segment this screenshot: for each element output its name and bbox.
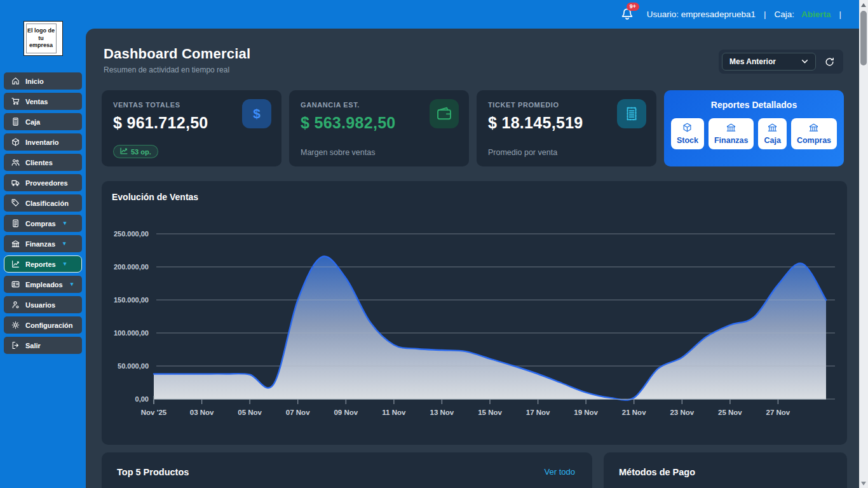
- scroll-down-button[interactable]: [859, 478, 868, 488]
- report-button-stock[interactable]: Stock: [671, 118, 704, 149]
- wallet-icon: [430, 99, 459, 128]
- sidebar-item-label: Configuración: [25, 322, 73, 329]
- divider: |: [839, 10, 841, 19]
- sidebar-item-inicio[interactable]: Inicio: [4, 72, 82, 90]
- report-button-caja[interactable]: Caja: [758, 118, 786, 149]
- sidebar-item-label: Inventario: [25, 139, 59, 146]
- sidebar-item-caja[interactable]: Caja: [4, 113, 82, 130]
- bottom-row: Top 5 Productos Ver todo Métodos de Pago: [102, 452, 847, 488]
- company-logo-text: El logo de tu empresa: [26, 24, 57, 53]
- notifications-button[interactable]: 9+: [621, 8, 635, 22]
- sidebar-item-salir[interactable]: Salir: [4, 337, 82, 354]
- notification-badge: 9+: [627, 3, 639, 11]
- sidebar-item-label: Salir: [25, 342, 41, 349]
- sidebar-item-clasificacion[interactable]: Clasificación: [4, 194, 82, 212]
- period-select[interactable]: Mes Anterior: [722, 53, 816, 71]
- chart-line-icon: [11, 260, 20, 268]
- payment-methods-panel: Métodos de Pago: [604, 452, 847, 488]
- sidebar-item-usuarios[interactable]: Usuarios: [4, 296, 82, 313]
- top-products-title: Top 5 Productos: [117, 467, 577, 477]
- company-logo[interactable]: El logo de tu empresa: [24, 21, 63, 56]
- sidebar-item-label: Clasificación: [25, 200, 69, 207]
- kpi-ventas-totales: VENTAS TOTALES $ 961.712,50 53 op. $: [102, 90, 281, 166]
- detailed-reports-title: Reportes Detallados: [669, 100, 839, 110]
- refresh-button[interactable]: [818, 53, 840, 71]
- sidebar-item-label: Finanzas: [25, 240, 55, 248]
- bank-icon: [768, 123, 777, 135]
- sidebar-item-empleados[interactable]: Empleados▾: [4, 276, 82, 293]
- user-label: Usuario: empresadeprueba1: [647, 10, 756, 19]
- caret-down-icon: ▾: [64, 261, 67, 267]
- bank-icon: [809, 123, 818, 135]
- sidebar-item-inventario[interactable]: Inventario: [4, 133, 82, 151]
- svg-text:27 Nov: 27 Nov: [766, 409, 790, 416]
- sales-evolution-card: Evolución de Ventas 250.000,00200.000,00…: [102, 181, 847, 445]
- sidebar-item-ventas[interactable]: Ventas: [4, 93, 82, 110]
- svg-text:07 Nov: 07 Nov: [286, 409, 310, 416]
- svg-text:Nov '25: Nov '25: [141, 409, 167, 416]
- receipt-icon: [617, 99, 646, 128]
- sales-evolution-chart: 250.000,00200.000,00150.000,00100.000,00…: [112, 208, 837, 424]
- bank-icon: [11, 240, 20, 248]
- calculator-icon: [11, 118, 20, 126]
- sidebar-item-label: Reportes: [25, 261, 56, 268]
- kpi-subtitle: Promedio por venta: [488, 148, 557, 157]
- sidebar-item-reportes[interactable]: Reportes▾: [4, 255, 82, 273]
- kpi-subtitle: Margen sobre ventas: [301, 148, 375, 157]
- report-button-finanzas[interactable]: Finanzas: [709, 118, 754, 149]
- detailed-reports-card: Reportes Detallados StockFinanzasCajaCom…: [664, 90, 844, 166]
- divider: |: [764, 10, 766, 19]
- sidebar-item-proveedores[interactable]: Proveedores: [4, 174, 82, 191]
- svg-text:50.000,00: 50.000,00: [118, 362, 149, 370]
- sidebar-item-clientes[interactable]: Clientes: [4, 154, 82, 171]
- bank-icon: [726, 123, 736, 135]
- svg-text:200.000,00: 200.000,00: [114, 263, 149, 271]
- header-controls: Mes Anterior: [719, 50, 843, 74]
- top-products-panel: Top 5 Productos Ver todo: [102, 452, 592, 488]
- kpi-row: VENTAS TOTALES $ 961.712,50 53 op. $ GAN…: [102, 90, 844, 166]
- invoice-icon: [11, 219, 20, 227]
- gear-icon: [11, 321, 20, 329]
- dollar-icon: $: [242, 99, 271, 128]
- svg-text:250.000,00: 250.000,00: [114, 230, 149, 238]
- sidebar-item-label: Empleados: [25, 281, 63, 288]
- svg-text:17 Nov: 17 Nov: [526, 409, 550, 416]
- scrollbar-thumb[interactable]: [860, 11, 867, 65]
- kpi-ticket-promedio: TICKET PROMEDIO $ 18.145,519 Promedio po…: [477, 90, 656, 166]
- report-button-compras[interactable]: Compras: [791, 118, 837, 149]
- sidebar-item-label: Ventas: [25, 98, 48, 105]
- svg-text:21 Nov: 21 Nov: [622, 409, 646, 416]
- sidebar-item-label: Clientes: [25, 159, 53, 166]
- sidebar-item-label: Usuarios: [25, 301, 55, 309]
- svg-text:100.000,00: 100.000,00: [114, 329, 149, 337]
- sidebar-item-configuracion[interactable]: Configuración: [4, 316, 82, 334]
- tag-icon: [11, 199, 20, 207]
- period-select-value: Mes Anterior: [729, 57, 776, 66]
- svg-text:03 Nov: 03 Nov: [190, 409, 214, 416]
- topbar: 9+ Usuario: empresadeprueba1 | Caja: Abi…: [86, 0, 859, 29]
- svg-text:11 Nov: 11 Nov: [382, 409, 406, 416]
- users-icon: [11, 158, 20, 166]
- arrow-up-icon: [861, 3, 866, 7]
- sidebar-item-label: Inicio: [25, 78, 44, 85]
- sidebar: El logo de tu empresa InicioVentasCajaIn…: [0, 0, 86, 488]
- caret-down-icon: ▾: [71, 281, 74, 287]
- sidebar-item-compras[interactable]: Compras▾: [4, 215, 82, 232]
- svg-text:25 Nov: 25 Nov: [718, 409, 742, 416]
- payment-methods-title: Métodos de Pago: [619, 467, 832, 477]
- kpi-ganancia: GANANCIA EST. $ 563.982,50 Margen sobre …: [289, 90, 469, 166]
- svg-text:23 Nov: 23 Nov: [670, 409, 694, 416]
- scroll-up-button[interactable]: [859, 0, 868, 10]
- svg-text:09 Nov: 09 Nov: [334, 409, 358, 416]
- svg-text:15 Nov: 15 Nov: [478, 409, 502, 416]
- caret-down-icon: ▾: [63, 241, 66, 247]
- svg-text:19 Nov: 19 Nov: [574, 409, 598, 416]
- caja-status: Abierta: [801, 10, 831, 19]
- main-content: Dashboard Comercial Resumen de actividad…: [86, 29, 859, 488]
- sidebar-item-finanzas[interactable]: Finanzas▾: [4, 235, 82, 252]
- ver-todo-link[interactable]: Ver todo: [545, 467, 575, 477]
- cube-icon: [682, 123, 692, 135]
- caret-down-icon: ▾: [64, 220, 67, 226]
- page-scrollbar[interactable]: [859, 0, 868, 488]
- svg-text:13 Nov: 13 Nov: [430, 409, 454, 416]
